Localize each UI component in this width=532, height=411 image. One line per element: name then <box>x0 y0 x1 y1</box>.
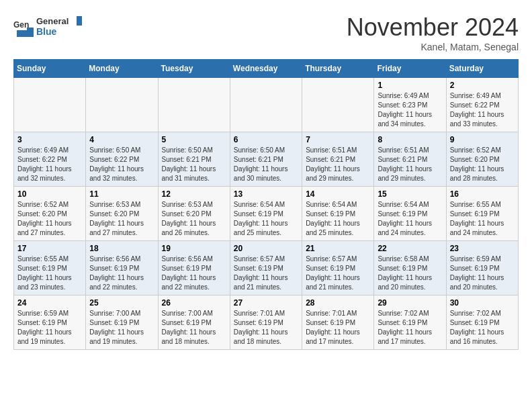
day-number: 18 <box>89 244 154 253</box>
day-info: Sunrise: 6:56 AM Sunset: 6:19 PM Dayligh… <box>89 255 154 292</box>
calendar-cell: 17Sunrise: 6:55 AM Sunset: 6:19 PM Dayli… <box>14 241 86 295</box>
calendar-cell <box>230 78 302 132</box>
calendar-cell: 15Sunrise: 6:54 AM Sunset: 6:19 PM Dayli… <box>374 187 446 241</box>
svg-text:Gen: Gen <box>13 20 29 30</box>
calendar-cell: 6Sunrise: 6:50 AM Sunset: 6:21 PM Daylig… <box>230 132 302 187</box>
calendar-week-row: 17Sunrise: 6:55 AM Sunset: 6:19 PM Dayli… <box>14 241 519 295</box>
day-number: 12 <box>162 189 226 199</box>
day-info: Sunrise: 7:02 AM Sunset: 6:19 PM Dayligh… <box>378 309 442 347</box>
day-number: 20 <box>234 244 298 253</box>
day-number: 17 <box>17 244 82 253</box>
logo-icon: Gen <box>13 18 34 38</box>
day-info: Sunrise: 7:00 AM Sunset: 6:19 PM Dayligh… <box>89 309 154 347</box>
calendar-week-row: 1Sunrise: 6:49 AM Sunset: 6:23 PM Daylig… <box>14 78 519 132</box>
day-info: Sunrise: 6:54 AM Sunset: 6:19 PM Dayligh… <box>378 200 442 238</box>
day-number: 1 <box>378 81 442 90</box>
weekday-header: Tuesday <box>158 60 230 78</box>
weekday-header: Saturday <box>446 60 518 78</box>
calendar-cell: 20Sunrise: 6:57 AM Sunset: 6:19 PM Dayli… <box>230 241 302 295</box>
day-number: 14 <box>306 189 370 199</box>
day-info: Sunrise: 6:49 AM Sunset: 6:22 PM Dayligh… <box>17 146 82 183</box>
calendar-header-row: SundayMondayTuesdayWednesdayThursdayFrid… <box>14 60 519 78</box>
day-number: 13 <box>234 189 298 199</box>
calendar-cell: 21Sunrise: 6:57 AM Sunset: 6:19 PM Dayli… <box>302 241 374 295</box>
calendar-cell: 18Sunrise: 6:56 AM Sunset: 6:19 PM Dayli… <box>86 241 158 295</box>
day-number: 27 <box>234 298 298 308</box>
calendar-cell: 16Sunrise: 6:55 AM Sunset: 6:19 PM Dayli… <box>446 187 518 241</box>
day-info: Sunrise: 6:55 AM Sunset: 6:19 PM Dayligh… <box>17 255 82 292</box>
day-number: 11 <box>89 189 154 199</box>
day-number: 15 <box>378 189 442 199</box>
day-number: 28 <box>306 298 370 308</box>
day-number: 24 <box>17 298 82 308</box>
calendar-cell: 7Sunrise: 6:51 AM Sunset: 6:21 PM Daylig… <box>302 132 374 187</box>
day-info: Sunrise: 6:52 AM Sunset: 6:20 PM Dayligh… <box>450 146 515 183</box>
day-number: 19 <box>162 244 226 253</box>
calendar-cell: 8Sunrise: 6:51 AM Sunset: 6:21 PM Daylig… <box>374 132 446 187</box>
weekday-header: Friday <box>374 60 446 78</box>
calendar-cell: 27Sunrise: 7:01 AM Sunset: 6:19 PM Dayli… <box>230 295 302 350</box>
calendar-cell <box>14 78 86 132</box>
day-info: Sunrise: 6:57 AM Sunset: 6:19 PM Dayligh… <box>306 255 370 292</box>
day-info: Sunrise: 6:51 AM Sunset: 6:21 PM Dayligh… <box>378 146 442 183</box>
weekday-header: Monday <box>86 60 158 78</box>
calendar-cell: 4Sunrise: 6:50 AM Sunset: 6:22 PM Daylig… <box>86 132 158 187</box>
day-number: 6 <box>234 135 298 144</box>
day-info: Sunrise: 6:58 AM Sunset: 6:19 PM Dayligh… <box>378 255 442 292</box>
weekday-header: Sunday <box>14 60 86 78</box>
svg-marker-2 <box>27 28 34 37</box>
calendar-week-row: 3Sunrise: 6:49 AM Sunset: 6:22 PM Daylig… <box>14 132 519 187</box>
page-header: Gen General Blue November 2024 Kanel, Ma… <box>13 13 519 52</box>
day-number: 2 <box>450 81 515 90</box>
svg-text:Blue: Blue <box>36 26 57 37</box>
day-info: Sunrise: 6:50 AM Sunset: 6:21 PM Dayligh… <box>234 146 298 183</box>
day-number: 3 <box>17 135 82 144</box>
day-number: 8 <box>378 135 442 144</box>
day-info: Sunrise: 6:52 AM Sunset: 6:20 PM Dayligh… <box>17 200 82 238</box>
day-number: 4 <box>89 135 154 144</box>
day-info: Sunrise: 7:01 AM Sunset: 6:19 PM Dayligh… <box>234 309 298 347</box>
day-info: Sunrise: 6:59 AM Sunset: 6:19 PM Dayligh… <box>450 255 515 292</box>
calendar-cell: 30Sunrise: 7:02 AM Sunset: 6:19 PM Dayli… <box>446 295 518 350</box>
calendar-cell: 28Sunrise: 7:01 AM Sunset: 6:19 PM Dayli… <box>302 295 374 350</box>
day-info: Sunrise: 6:53 AM Sunset: 6:20 PM Dayligh… <box>162 200 226 238</box>
day-number: 29 <box>378 298 442 308</box>
calendar-cell: 2Sunrise: 6:49 AM Sunset: 6:22 PM Daylig… <box>446 78 518 132</box>
day-info: Sunrise: 7:00 AM Sunset: 6:19 PM Dayligh… <box>162 309 226 347</box>
calendar-cell <box>302 78 374 132</box>
svg-text:General: General <box>36 16 69 26</box>
calendar-week-row: 10Sunrise: 6:52 AM Sunset: 6:20 PM Dayli… <box>14 187 519 241</box>
day-number: 9 <box>450 135 515 144</box>
calendar-cell <box>158 78 230 132</box>
day-info: Sunrise: 6:56 AM Sunset: 6:19 PM Dayligh… <box>162 255 226 292</box>
calendar-cell: 19Sunrise: 6:56 AM Sunset: 6:19 PM Dayli… <box>158 241 230 295</box>
day-info: Sunrise: 6:54 AM Sunset: 6:19 PM Dayligh… <box>306 200 370 238</box>
day-info: Sunrise: 6:50 AM Sunset: 6:22 PM Dayligh… <box>89 146 154 183</box>
day-info: Sunrise: 6:57 AM Sunset: 6:19 PM Dayligh… <box>234 255 298 292</box>
day-info: Sunrise: 6:51 AM Sunset: 6:21 PM Dayligh… <box>306 146 370 183</box>
calendar-cell: 10Sunrise: 6:52 AM Sunset: 6:20 PM Dayli… <box>14 187 86 241</box>
day-number: 7 <box>306 135 370 144</box>
day-info: Sunrise: 7:01 AM Sunset: 6:19 PM Dayligh… <box>306 309 370 347</box>
location: Kanel, Matam, Senegal <box>347 42 519 52</box>
day-info: Sunrise: 6:49 AM Sunset: 6:22 PM Dayligh… <box>450 91 515 129</box>
calendar-cell: 9Sunrise: 6:52 AM Sunset: 6:20 PM Daylig… <box>446 132 518 187</box>
svg-marker-4 <box>77 16 82 26</box>
day-info: Sunrise: 6:55 AM Sunset: 6:19 PM Dayligh… <box>450 200 515 238</box>
day-info: Sunrise: 6:54 AM Sunset: 6:19 PM Dayligh… <box>234 200 298 238</box>
day-number: 25 <box>89 298 154 308</box>
calendar-cell: 3Sunrise: 6:49 AM Sunset: 6:22 PM Daylig… <box>14 132 86 187</box>
calendar-table: SundayMondayTuesdayWednesdayThursdayFrid… <box>13 59 519 350</box>
calendar-cell: 22Sunrise: 6:58 AM Sunset: 6:19 PM Dayli… <box>374 241 446 295</box>
day-number: 10 <box>17 189 82 199</box>
calendar-cell: 1Sunrise: 6:49 AM Sunset: 6:23 PM Daylig… <box>374 78 446 132</box>
calendar-cell: 29Sunrise: 7:02 AM Sunset: 6:19 PM Dayli… <box>374 295 446 350</box>
calendar-cell: 14Sunrise: 6:54 AM Sunset: 6:19 PM Dayli… <box>302 187 374 241</box>
calendar-cell <box>86 78 158 132</box>
calendar-cell: 23Sunrise: 6:59 AM Sunset: 6:19 PM Dayli… <box>446 241 518 295</box>
title-block: November 2024 Kanel, Matam, Senegal <box>347 13 519 52</box>
day-number: 21 <box>306 244 370 253</box>
weekday-header: Wednesday <box>230 60 302 78</box>
day-info: Sunrise: 6:53 AM Sunset: 6:20 PM Dayligh… <box>89 200 154 238</box>
calendar-week-row: 24Sunrise: 6:59 AM Sunset: 6:19 PM Dayli… <box>14 295 519 350</box>
